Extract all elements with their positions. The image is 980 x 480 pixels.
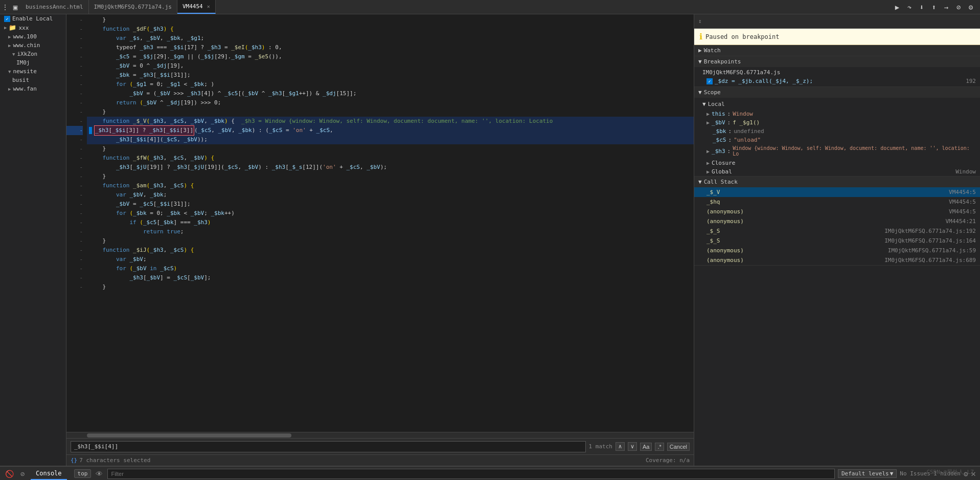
search-bar: 1 match ∧ ∨ Aa .* Cancel [66,438,694,454]
scope-panel[interactable]: ▶ Watch ▼ Breakpoints IM0jQktM6FSQ.6771a… [694,45,980,466]
scope-cs[interactable]: _$cS : "unload" [694,136,980,144]
search-next-btn[interactable]: ∨ [628,442,637,451]
step-into-icon[interactable]: ⬇ [917,2,927,12]
code-line-22: for (_$bk = 0; _$bk < _$bV; _$bk++) [87,209,694,218]
watch-header[interactable]: ▶ Watch [694,45,980,56]
toggle-icon[interactable]: ▣ [10,2,20,12]
code-line-1: } [87,15,694,25]
console-filter-btn[interactable]: ⊘ [17,469,28,479]
scope-this[interactable]: ▶ this : Window [694,110,980,118]
levels-button[interactable]: Default levels ▼ [838,469,897,478]
xxx-folder-icon: 📁 [9,24,16,31]
code-line-25: } [87,236,694,246]
scope-h3-key: _$h3 [712,148,725,155]
code-line-17: _$h3[_$jU[19]] ? _$h3[_$jU[19]](_$cS, _$… [87,163,694,172]
sidebar-enable-local[interactable]: Enable Local [0,14,66,23]
console-eye-btn[interactable]: 👁 [94,469,104,479]
scope-h3-val: Window {window: Window, self: Window, do… [733,145,976,157]
step-out-icon[interactable]: ⬆ [929,2,939,12]
step-icon[interactable]: → [941,2,951,12]
call-stack-item-6[interactable]: (anonymous) IM0jQktM6FSQ.6771a74.js:59 [694,246,980,255]
right-panel-toolbar: ⇕ [694,14,980,29]
code-line-4: typeof _$h3 === _$$i[17] ? _$h3 = _$eI(_… [87,43,694,52]
call-stack-item-2[interactable]: (anonymous) VM4454:5 [694,207,980,216]
sidebar-im0j-label: IM0j [16,59,30,66]
console-top-badge[interactable]: top [74,469,92,478]
breakpoints-label: Breakpoints [704,58,741,65]
code-line-2: function _$dF(_$h3) { [87,25,694,34]
match-count: 1 match [589,443,612,450]
step-over-icon[interactable]: ↷ [904,2,915,12]
sidebar-ixkzon[interactable]: ▼ iXkZon [0,50,66,58]
scope-global[interactable]: ▶ Global Window [694,167,980,176]
code-line-5: _$c5 = _$$j[29]._$gm || (_$$j[29]._$gm =… [87,52,694,61]
scope-local-header[interactable]: ▼ Local [694,99,980,110]
call-stack-item-0[interactable]: _$_V VM4454:5 [694,187,980,197]
scope-closure[interactable]: ▶ Closure [694,159,980,167]
call-stack-name-1: _$hq [706,199,720,205]
scope-h3[interactable]: ▶ _$h3 : Window {window: Window, self: W… [694,144,980,158]
sidebar-newsite[interactable]: ▼ newsite [0,67,66,76]
breakpoints-header[interactable]: ▼ Breakpoints [694,56,980,67]
call-stack-item-4[interactable]: _$_S IM0jQktM6FSQ.6771a74.js:192 [694,226,980,236]
call-stack-item-1[interactable]: _$hq VM4454:5 [694,197,980,207]
code-line-6: _$bV = 0 ^ _$dj[19], [87,61,694,71]
scope-local-section: ▼ Local ▶ this : Window ▶ _$bV : f _$g1(… [694,98,980,159]
call-stack-arrow: ▼ [698,179,702,185]
breakpoint-item[interactable]: _$dz = _$jb.call(_$j4, _$_z); 192 [694,77,980,85]
enable-local-checkbox[interactable] [4,16,10,22]
sidebar-im0j[interactable]: IM0j [0,58,66,67]
call-stack-item-5[interactable]: _$_S IM0jQktM6FSQ.6771a74.js:164 [694,236,980,246]
resume-icon[interactable]: ▶ [892,2,902,12]
call-stack-header[interactable]: ▼ Call Stack [694,177,980,187]
regex-btn[interactable]: .* [655,443,664,451]
scrollbar-thumb[interactable] [87,433,291,438]
watch-arrow: ▶ [698,47,702,54]
sidebar-busit[interactable]: busit [0,76,66,84]
call-stack-name-4: _$_S [706,228,720,234]
line-numbers: - - - - - - - - - - - - - - - - - - - - [66,14,87,432]
coverage-info: Coverage: n/a [646,457,690,464]
sidebar-wwwfan-label: www.fan [13,85,36,92]
sidebar-wwwchin[interactable]: ▶ www.chin [0,41,66,50]
deactivate-icon[interactable]: ⊘ [953,2,964,12]
code-line-23: if (_$c5[_$bk] === _$h3) [87,218,694,227]
code-editor[interactable]: - - - - - - - - - - - - - - - - - - - - [66,14,694,432]
breakpoint-checkbox[interactable] [706,78,713,84]
console-filter-input[interactable] [107,469,835,479]
tab-vm4454-close[interactable]: ✕ [207,4,210,9]
horizontal-scrollbar[interactable] [66,432,694,438]
call-stack-label: Call Stack [704,179,738,185]
settings-icon[interactable]: ⚙ [966,2,976,12]
wwwfan-arrow: ▶ [8,86,11,92]
scope-h3-arrow: ▶ [706,148,710,154]
case-sensitive-btn[interactable]: Aa [640,443,652,451]
search-input[interactable] [71,441,586,452]
tab-vm4454[interactable]: VM4454 ✕ [177,0,216,14]
scope-this-arrow: ▶ [706,111,710,117]
enable-local-label: Enable Local [12,15,53,22]
watch-label: Watch [704,47,721,54]
console-toolbar: 🚫 ⊘ Console top 👁 Default levels ▼ No Is… [0,467,980,480]
scope-bk[interactable]: _$bk : undefined [694,127,980,136]
call-stack-item-7[interactable]: (anonymous) IM0jQktM6FSQ.6771a74.js:689 [694,255,980,265]
sidebar-xxx[interactable]: ▶ 📁 xxx [0,23,66,32]
scope-bv[interactable]: ▶ _$bV : f _$g1() [694,118,980,127]
breakpoint-line: 192 [966,78,976,84]
scope-header[interactable]: ▼ Scope [694,87,980,98]
call-stack-item-3[interactable]: (anonymous) VM4454:21 [694,216,980,226]
devtools-menu-icon[interactable]: ⋮ [0,2,10,12]
scope-local-label: Local [708,101,725,107]
call-stack-loc-2: VM4454:5 [949,208,976,215]
call-stack-name-7: (anonymous) [706,257,744,264]
console-tab[interactable]: Console [31,468,67,480]
tab-im0j[interactable]: IM0jQktM6FSQ.6771a74.js [89,0,177,14]
cancel-search-btn[interactable]: Cancel [667,443,690,451]
console-clear-btn[interactable]: 🚫 [4,469,14,479]
scope-closure-arrow: ▶ [706,160,710,166]
search-prev-btn[interactable]: ∧ [616,442,625,451]
sidebar-wwwfan[interactable]: ▶ www.fan [0,84,66,93]
tab-businessannc[interactable]: businessAnnc.html [20,0,89,14]
sidebar-www100[interactable]: ▶ www.100 [0,32,66,41]
code-line-10: return (_$bV ^ _$dj[19]) >>> 0; [87,98,694,107]
